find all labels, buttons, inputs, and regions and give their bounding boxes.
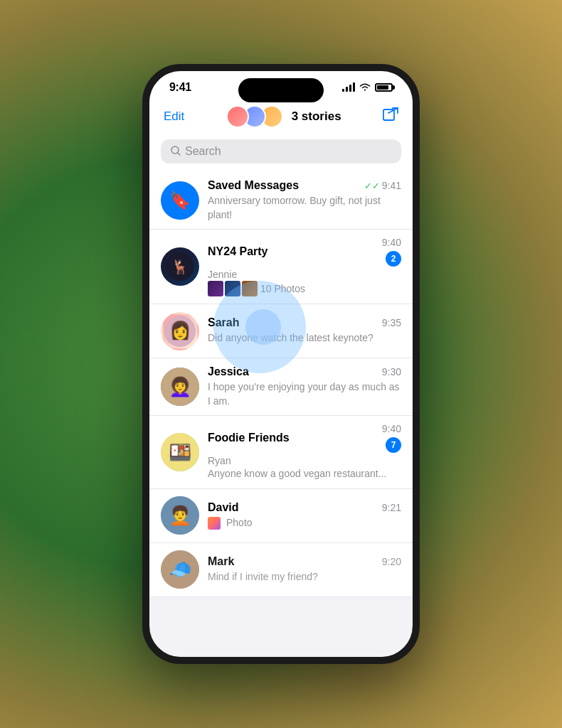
phone-frame: 9:41 [142,64,420,664]
battery-icon [375,83,393,92]
ny24-photo-count: 10 Photos [260,283,305,294]
ny24-right-meta: 9:40 2 [376,237,401,267]
ny24-photos-row: 10 Photos [208,281,401,296]
stories-avatars [226,105,283,128]
chat-name-sarah: Sarah [208,316,239,329]
david-photo-thumb [208,517,221,530]
foodie-sender: Ryan [208,455,231,466]
stories-label: 3 stories [292,109,341,124]
mark-content: Mark 9:20 Mind if I invite my friend? [208,555,401,584]
chat-item-david[interactable]: 🧑‍🦱 David 9:21 Photo [149,489,413,543]
chat-item-saved[interactable]: 🔖 Saved Messages ✓✓ 9:41 Anniversary tom… [149,172,413,230]
bookmark-icon: 🔖 [169,191,191,210]
chat-list: 🔖 Saved Messages ✓✓ 9:41 Anniversary tom… [149,172,413,597]
search-bar[interactable]: Search [161,139,401,164]
chat-item-sarah[interactable]: 👩 Sarah 9:35 Did anyone watch the latest… [149,304,413,358]
chat-time-saved: 9:41 [382,180,401,191]
saved-right-meta: ✓✓ 9:41 [364,180,401,191]
status-time: 9:41 [169,81,191,94]
chat-name-mark: Mark [208,555,234,568]
chat-preview-mark: Mind if I invite my friend? [208,570,401,584]
compose-button[interactable] [383,107,398,127]
signal-icon [342,83,355,92]
chat-time-foodie: 9:40 [382,423,401,434]
svg-text:🦌: 🦌 [171,259,189,275]
david-photo-row: Photo [208,516,401,530]
dynamic-island [238,78,324,102]
ny24-content: NY24 Party 9:40 2 Jennie [208,237,401,296]
chat-preview-jessica: I hope you're enjoying your day as much … [208,380,401,408]
chat-name-saved: Saved Messages [208,179,299,192]
svg-line-3 [178,153,180,155]
svg-line-1 [388,108,398,113]
photo-thumb-2 [225,281,240,296]
chat-name-david: David [208,501,239,514]
svg-text:🍱: 🍱 [169,441,192,464]
chat-item-mark[interactable]: 🧢 Mark 9:20 Mind if I invite my friend? [149,543,413,597]
bottom-fade [149,614,413,657]
chat-name-foodie: Foodie Friends [208,432,290,444]
header: Edit 3 stories [149,100,413,136]
chat-time-david: 9:21 [382,502,401,513]
svg-text:👩‍🦱: 👩‍🦱 [169,375,192,398]
search-placeholder: Search [185,145,221,158]
foodie-content: Foodie Friends 9:40 7 Ryan Anyone know a… [208,423,401,481]
chat-name-ny24: NY24 Party [208,245,268,258]
foodie-badge: 7 [386,437,401,453]
svg-text:🧑‍🦱: 🧑‍🦱 [169,504,192,527]
saved-messages-avatar: 🔖 [161,181,199,220]
search-icon [171,146,181,158]
chat-preview-foodie: Anyone know a good vegan restaurant... [208,467,401,481]
jessica-content: Jessica 9:30 I hope you're enjoying your… [208,365,401,408]
chat-item-foodie[interactable]: 🍱 Foodie Friends 9:40 7 Ryan Anyone kn [149,416,413,489]
saved-messages-content: Saved Messages ✓✓ 9:41 Anniversary tomor… [208,179,401,222]
chat-preview-saved: Anniversary tomorrow. Buy gift, not just… [208,194,401,222]
ny24-avatar: 🦌 [161,247,199,286]
ny24-badge: 2 [386,251,401,267]
stories-section[interactable]: 3 stories [226,105,341,128]
david-avatar: 🧑‍🦱 [161,496,199,535]
foodie-right-meta: 9:40 7 [376,423,401,453]
photo-thumb-1 [208,281,223,296]
sarah-content: Sarah 9:35 Did anyone watch the latest k… [208,316,401,346]
chat-time-sarah: 9:35 [382,317,401,328]
chat-time-mark: 9:20 [382,556,401,567]
photo-thumb-3 [242,281,258,296]
mark-avatar: 🧢 [161,550,199,589]
jessica-avatar: 👩‍🦱 [161,368,199,406]
chat-item-ny24[interactable]: 🦌 NY24 Party 9:40 2 Jennie [149,230,413,304]
foodie-sub: Ryan [208,455,401,466]
svg-text:🧢: 🧢 [169,558,192,581]
chat-time-jessica: 9:30 [382,366,401,378]
chat-name-jessica: Jessica [208,365,249,378]
chat-item-jessica[interactable]: 👩‍🦱 Jessica 9:30 I hope you're enjoying … [149,358,413,416]
story-avatar-1 [226,105,249,128]
sarah-avatar: 👩 [161,312,199,350]
delivered-checkmark: ✓✓ [364,181,380,191]
ny24-sub: Jennie [208,269,401,280]
chat-time-ny24: 9:40 [382,237,401,248]
status-icons [342,82,393,93]
photo-thumbnails [208,281,258,296]
svg-text:👩: 👩 [169,320,191,341]
search-container: Search [149,136,413,172]
foodie-avatar: 🍱 [161,433,199,471]
chat-preview-david: Photo [226,516,253,530]
wifi-icon [359,82,371,93]
edit-button[interactable]: Edit [164,109,184,124]
ny24-sender: Jennie [208,269,237,280]
chat-preview-sarah: Did anyone watch the latest keynote? [208,331,401,346]
david-content: David 9:21 Photo [208,501,401,530]
